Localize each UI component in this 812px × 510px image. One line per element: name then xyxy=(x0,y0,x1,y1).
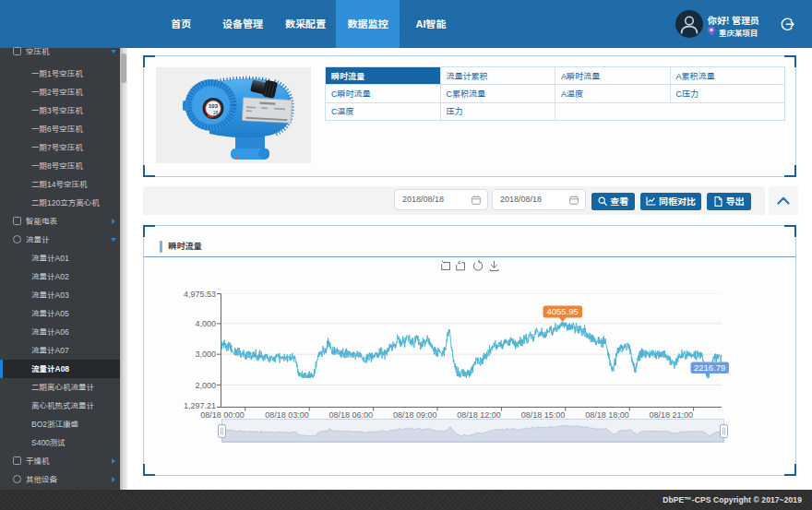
svg-text:1,297.21: 1,297.21 xyxy=(184,401,216,410)
svg-text:2,000: 2,000 xyxy=(195,381,216,390)
svg-text:3,000: 3,000 xyxy=(195,350,216,359)
svg-text:08/18 21:00: 08/18 21:00 xyxy=(650,410,694,420)
svg-text:08/18 00:00: 08/18 00:00 xyxy=(200,410,245,420)
svg-text:08/18 15:00: 08/18 15:00 xyxy=(521,410,566,420)
svg-text:08/18 03:00: 08/18 03:00 xyxy=(265,410,309,420)
svg-text:4,000: 4,000 xyxy=(195,319,216,328)
svg-text:08/18 06:00: 08/18 06:00 xyxy=(329,410,374,420)
svg-text:08/18 18:00: 08/18 18:00 xyxy=(585,410,629,420)
svg-text:4,975.53: 4,975.53 xyxy=(184,290,216,299)
svg-text:08/18 09:00: 08/18 09:00 xyxy=(393,410,437,420)
svg-text:08/18 12:00: 08/18 12:00 xyxy=(457,410,501,420)
svg-text:2216.79: 2216.79 xyxy=(694,362,725,373)
svg-text:4055.95: 4055.95 xyxy=(547,306,579,316)
